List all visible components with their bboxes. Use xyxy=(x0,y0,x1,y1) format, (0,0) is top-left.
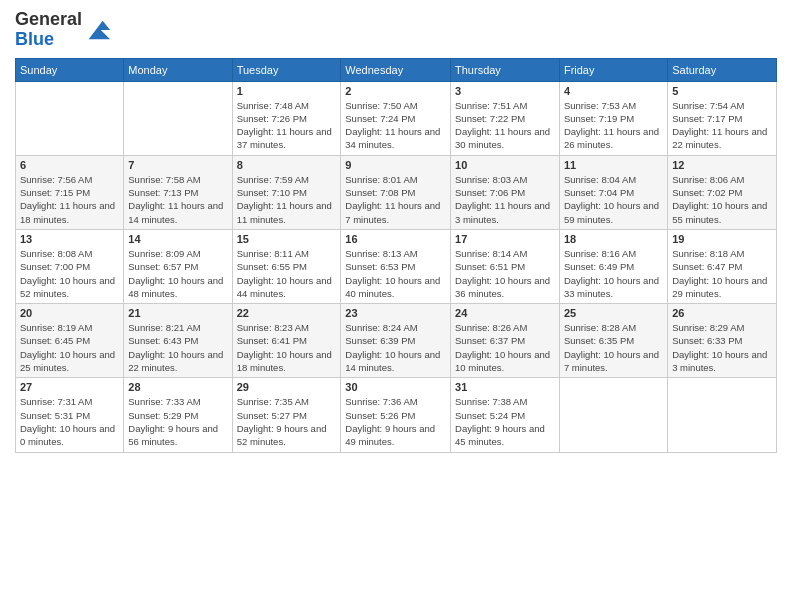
calendar-cell: 31Sunrise: 7:38 AM Sunset: 5:24 PM Dayli… xyxy=(451,378,560,452)
day-info: Sunrise: 8:08 AM Sunset: 7:00 PM Dayligh… xyxy=(20,247,119,300)
day-number: 1 xyxy=(237,85,337,97)
calendar-cell: 2Sunrise: 7:50 AM Sunset: 7:24 PM Daylig… xyxy=(341,81,451,155)
day-info: Sunrise: 8:26 AM Sunset: 6:37 PM Dayligh… xyxy=(455,321,555,374)
day-number: 18 xyxy=(564,233,663,245)
day-info: Sunrise: 8:19 AM Sunset: 6:45 PM Dayligh… xyxy=(20,321,119,374)
calendar-cell: 8Sunrise: 7:59 AM Sunset: 7:10 PM Daylig… xyxy=(232,155,341,229)
calendar-cell: 21Sunrise: 8:21 AM Sunset: 6:43 PM Dayli… xyxy=(124,304,232,378)
calendar-cell: 18Sunrise: 8:16 AM Sunset: 6:49 PM Dayli… xyxy=(559,229,667,303)
day-number: 4 xyxy=(564,85,663,97)
calendar-week-5: 27Sunrise: 7:31 AM Sunset: 5:31 PM Dayli… xyxy=(16,378,777,452)
calendar-cell: 22Sunrise: 8:23 AM Sunset: 6:41 PM Dayli… xyxy=(232,304,341,378)
weekday-header-wednesday: Wednesday xyxy=(341,58,451,81)
day-number: 16 xyxy=(345,233,446,245)
calendar-cell: 30Sunrise: 7:36 AM Sunset: 5:26 PM Dayli… xyxy=(341,378,451,452)
day-info: Sunrise: 7:56 AM Sunset: 7:15 PM Dayligh… xyxy=(20,173,119,226)
logo-blue: Blue xyxy=(15,30,82,50)
calendar-cell: 16Sunrise: 8:13 AM Sunset: 6:53 PM Dayli… xyxy=(341,229,451,303)
day-number: 8 xyxy=(237,159,337,171)
calendar-cell: 27Sunrise: 7:31 AM Sunset: 5:31 PM Dayli… xyxy=(16,378,124,452)
calendar-cell: 12Sunrise: 8:06 AM Sunset: 7:02 PM Dayli… xyxy=(668,155,777,229)
day-info: Sunrise: 7:51 AM Sunset: 7:22 PM Dayligh… xyxy=(455,99,555,152)
day-number: 11 xyxy=(564,159,663,171)
calendar-cell: 17Sunrise: 8:14 AM Sunset: 6:51 PM Dayli… xyxy=(451,229,560,303)
day-number: 25 xyxy=(564,307,663,319)
day-info: Sunrise: 7:59 AM Sunset: 7:10 PM Dayligh… xyxy=(237,173,337,226)
day-info: Sunrise: 7:48 AM Sunset: 7:26 PM Dayligh… xyxy=(237,99,337,152)
calendar-cell: 20Sunrise: 8:19 AM Sunset: 6:45 PM Dayli… xyxy=(16,304,124,378)
day-info: Sunrise: 8:09 AM Sunset: 6:57 PM Dayligh… xyxy=(128,247,227,300)
calendar-week-4: 20Sunrise: 8:19 AM Sunset: 6:45 PM Dayli… xyxy=(16,304,777,378)
page-header: General Blue xyxy=(15,10,777,50)
day-number: 17 xyxy=(455,233,555,245)
svg-marker-0 xyxy=(89,20,110,39)
day-number: 30 xyxy=(345,381,446,393)
day-number: 24 xyxy=(455,307,555,319)
calendar-cell: 14Sunrise: 8:09 AM Sunset: 6:57 PM Dayli… xyxy=(124,229,232,303)
day-number: 28 xyxy=(128,381,227,393)
day-info: Sunrise: 8:28 AM Sunset: 6:35 PM Dayligh… xyxy=(564,321,663,374)
calendar-cell xyxy=(559,378,667,452)
day-info: Sunrise: 8:04 AM Sunset: 7:04 PM Dayligh… xyxy=(564,173,663,226)
calendar-cell: 5Sunrise: 7:54 AM Sunset: 7:17 PM Daylig… xyxy=(668,81,777,155)
day-info: Sunrise: 7:38 AM Sunset: 5:24 PM Dayligh… xyxy=(455,395,555,448)
weekday-header-row: SundayMondayTuesdayWednesdayThursdayFrid… xyxy=(16,58,777,81)
day-info: Sunrise: 7:54 AM Sunset: 7:17 PM Dayligh… xyxy=(672,99,772,152)
weekday-header-friday: Friday xyxy=(559,58,667,81)
day-number: 21 xyxy=(128,307,227,319)
calendar-cell: 3Sunrise: 7:51 AM Sunset: 7:22 PM Daylig… xyxy=(451,81,560,155)
day-info: Sunrise: 7:31 AM Sunset: 5:31 PM Dayligh… xyxy=(20,395,119,448)
calendar-week-3: 13Sunrise: 8:08 AM Sunset: 7:00 PM Dayli… xyxy=(16,229,777,303)
day-number: 7 xyxy=(128,159,227,171)
day-info: Sunrise: 8:18 AM Sunset: 6:47 PM Dayligh… xyxy=(672,247,772,300)
day-info: Sunrise: 7:33 AM Sunset: 5:29 PM Dayligh… xyxy=(128,395,227,448)
day-info: Sunrise: 7:36 AM Sunset: 5:26 PM Dayligh… xyxy=(345,395,446,448)
day-number: 15 xyxy=(237,233,337,245)
day-number: 5 xyxy=(672,85,772,97)
day-number: 23 xyxy=(345,307,446,319)
calendar-cell: 29Sunrise: 7:35 AM Sunset: 5:27 PM Dayli… xyxy=(232,378,341,452)
day-info: Sunrise: 8:06 AM Sunset: 7:02 PM Dayligh… xyxy=(672,173,772,226)
day-info: Sunrise: 8:11 AM Sunset: 6:55 PM Dayligh… xyxy=(237,247,337,300)
day-number: 26 xyxy=(672,307,772,319)
day-number: 12 xyxy=(672,159,772,171)
calendar-cell: 11Sunrise: 8:04 AM Sunset: 7:04 PM Dayli… xyxy=(559,155,667,229)
logo-general: General xyxy=(15,10,82,30)
calendar-cell: 28Sunrise: 7:33 AM Sunset: 5:29 PM Dayli… xyxy=(124,378,232,452)
calendar-cell xyxy=(124,81,232,155)
weekday-header-monday: Monday xyxy=(124,58,232,81)
day-info: Sunrise: 8:21 AM Sunset: 6:43 PM Dayligh… xyxy=(128,321,227,374)
day-number: 2 xyxy=(345,85,446,97)
day-info: Sunrise: 8:01 AM Sunset: 7:08 PM Dayligh… xyxy=(345,173,446,226)
calendar-cell: 23Sunrise: 8:24 AM Sunset: 6:39 PM Dayli… xyxy=(341,304,451,378)
calendar-cell xyxy=(16,81,124,155)
day-info: Sunrise: 8:14 AM Sunset: 6:51 PM Dayligh… xyxy=(455,247,555,300)
day-info: Sunrise: 7:35 AM Sunset: 5:27 PM Dayligh… xyxy=(237,395,337,448)
calendar-cell: 1Sunrise: 7:48 AM Sunset: 7:26 PM Daylig… xyxy=(232,81,341,155)
logo: General Blue xyxy=(15,10,112,50)
calendar-table: SundayMondayTuesdayWednesdayThursdayFrid… xyxy=(15,58,777,453)
day-number: 31 xyxy=(455,381,555,393)
day-info: Sunrise: 8:29 AM Sunset: 6:33 PM Dayligh… xyxy=(672,321,772,374)
day-info: Sunrise: 8:03 AM Sunset: 7:06 PM Dayligh… xyxy=(455,173,555,226)
calendar-cell: 9Sunrise: 8:01 AM Sunset: 7:08 PM Daylig… xyxy=(341,155,451,229)
day-info: Sunrise: 8:13 AM Sunset: 6:53 PM Dayligh… xyxy=(345,247,446,300)
weekday-header-sunday: Sunday xyxy=(16,58,124,81)
day-number: 13 xyxy=(20,233,119,245)
day-info: Sunrise: 7:58 AM Sunset: 7:13 PM Dayligh… xyxy=(128,173,227,226)
logo-icon xyxy=(84,16,112,44)
day-info: Sunrise: 8:16 AM Sunset: 6:49 PM Dayligh… xyxy=(564,247,663,300)
day-number: 6 xyxy=(20,159,119,171)
day-number: 14 xyxy=(128,233,227,245)
calendar-cell xyxy=(668,378,777,452)
weekday-header-tuesday: Tuesday xyxy=(232,58,341,81)
calendar-cell: 25Sunrise: 8:28 AM Sunset: 6:35 PM Dayli… xyxy=(559,304,667,378)
day-info: Sunrise: 7:50 AM Sunset: 7:24 PM Dayligh… xyxy=(345,99,446,152)
day-number: 20 xyxy=(20,307,119,319)
calendar-week-1: 1Sunrise: 7:48 AM Sunset: 7:26 PM Daylig… xyxy=(16,81,777,155)
calendar-cell: 6Sunrise: 7:56 AM Sunset: 7:15 PM Daylig… xyxy=(16,155,124,229)
day-number: 10 xyxy=(455,159,555,171)
calendar-cell: 10Sunrise: 8:03 AM Sunset: 7:06 PM Dayli… xyxy=(451,155,560,229)
weekday-header-thursday: Thursday xyxy=(451,58,560,81)
calendar-cell: 24Sunrise: 8:26 AM Sunset: 6:37 PM Dayli… xyxy=(451,304,560,378)
